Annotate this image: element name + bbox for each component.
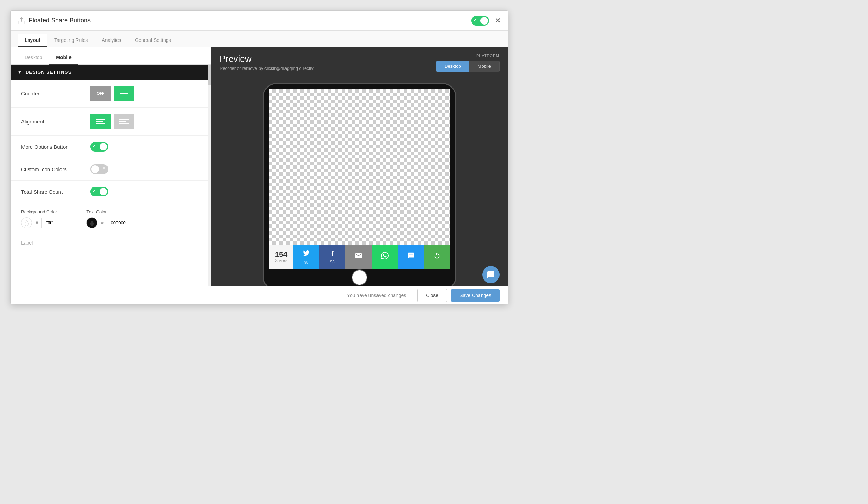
align-line bbox=[119, 123, 129, 124]
counter-on-button[interactable] bbox=[114, 86, 134, 101]
right-panel: Preview Reorder or remove by clicking/dr… bbox=[211, 47, 508, 286]
toggle-knob bbox=[100, 143, 107, 150]
platform-label: PLATFORM bbox=[476, 54, 500, 58]
total-share-count-row: Total Share Count bbox=[11, 181, 211, 203]
chevron-down-icon: ▼ bbox=[18, 70, 22, 75]
preview-title-group: Preview Reorder or remove by clicking/dr… bbox=[220, 54, 314, 71]
scroll-thumb bbox=[208, 65, 211, 85]
share-bar: 154 Shares 98 f 56 bbox=[269, 245, 450, 269]
phone-home-button[interactable] bbox=[352, 269, 367, 285]
toggle-knob bbox=[100, 188, 107, 195]
main-tabs: Layout Targeting Rules Analytics General… bbox=[11, 31, 508, 47]
more-options-control bbox=[90, 142, 108, 152]
counter-row: Counter OFF bbox=[11, 80, 211, 108]
left-panel: Desktop Mobile ▼ DESIGN SETTINGS Counter… bbox=[11, 47, 211, 286]
alignment-control bbox=[90, 114, 134, 129]
align-left-button[interactable] bbox=[90, 114, 111, 129]
more-options-toggle[interactable] bbox=[90, 142, 108, 152]
align-right-button[interactable] bbox=[114, 114, 134, 129]
align-line bbox=[119, 119, 129, 120]
text-color-label: Text Color bbox=[86, 209, 141, 214]
alignment-label: Alignment bbox=[21, 119, 90, 125]
preview-subtitle: Reorder or remove by clicking/dragging d… bbox=[220, 66, 314, 71]
share-icon bbox=[18, 17, 25, 25]
sub-tab-desktop[interactable]: Desktop bbox=[18, 51, 49, 65]
align-line bbox=[96, 119, 105, 120]
title-bar-right: ✕ bbox=[471, 16, 501, 26]
main-content: Desktop Mobile ▼ DESIGN SETTINGS Counter… bbox=[11, 47, 508, 286]
text-color-input[interactable] bbox=[107, 218, 141, 228]
background-color-input-row: # bbox=[21, 217, 76, 228]
phone-screen: 154 Shares 98 f 56 bbox=[269, 89, 450, 269]
platform-buttons: Desktop Mobile bbox=[436, 61, 500, 72]
title-bar: Floated Share Buttons ✕ bbox=[11, 11, 508, 31]
tab-targeting-rules[interactable]: Targeting Rules bbox=[47, 34, 95, 47]
custom-icon-colors-toggle[interactable] bbox=[90, 164, 108, 174]
facebook-share-button[interactable]: f 56 bbox=[319, 245, 346, 269]
sms-share-button[interactable] bbox=[398, 245, 424, 269]
design-settings-label: DESIGN SETTINGS bbox=[26, 70, 72, 75]
window-title: Floated Share Buttons bbox=[29, 17, 91, 24]
background-color-swatch[interactable] bbox=[21, 217, 32, 228]
droplet-icon bbox=[24, 220, 29, 226]
window-close-button[interactable]: ✕ bbox=[495, 16, 501, 25]
email-icon bbox=[355, 252, 362, 262]
sms-icon bbox=[407, 252, 415, 262]
counter-control: OFF bbox=[90, 86, 134, 101]
share-count-number: 154 bbox=[275, 251, 288, 258]
enabled-toggle[interactable] bbox=[471, 16, 489, 26]
background-color-input[interactable] bbox=[41, 218, 76, 228]
alignment-row: Alignment bbox=[11, 108, 211, 136]
settings-area: ▼ DESIGN SETTINGS Counter OFF Alignment bbox=[11, 65, 211, 286]
sub-tab-mobile[interactable]: Mobile bbox=[49, 51, 78, 65]
twitter-share-button[interactable]: 98 bbox=[293, 245, 319, 269]
chat-icon bbox=[487, 271, 495, 279]
tab-layout[interactable]: Layout bbox=[18, 34, 47, 47]
twitter-count: 98 bbox=[304, 260, 308, 264]
platform-switcher: PLATFORM Desktop Mobile bbox=[436, 54, 500, 72]
whatsapp-icon bbox=[381, 252, 389, 262]
text-color-group: Text Color # bbox=[86, 209, 141, 228]
whatsapp-share-button[interactable] bbox=[372, 245, 398, 269]
custom-icon-colors-row: Custom Icon Colors bbox=[11, 158, 211, 181]
droplet-filled-icon bbox=[89, 220, 95, 226]
facebook-count: 56 bbox=[330, 260, 334, 264]
close-button[interactable]: Close bbox=[417, 289, 447, 302]
more-share-button[interactable] bbox=[424, 245, 450, 269]
align-line bbox=[119, 121, 126, 122]
text-color-swatch[interactable] bbox=[86, 217, 97, 228]
toggle-knob bbox=[91, 165, 99, 173]
counter-on-icon bbox=[120, 93, 128, 94]
background-color-group: Background Color # bbox=[21, 209, 76, 228]
counter-off-button[interactable]: OFF bbox=[90, 86, 111, 101]
total-share-count-toggle[interactable] bbox=[90, 187, 108, 196]
twitter-icon bbox=[302, 249, 310, 259]
align-line bbox=[96, 121, 103, 122]
chat-bubble-button[interactable] bbox=[482, 266, 500, 283]
save-changes-button[interactable]: Save Changes bbox=[451, 289, 500, 302]
email-share-button[interactable] bbox=[345, 245, 372, 269]
design-settings-header[interactable]: ▼ DESIGN SETTINGS bbox=[11, 65, 211, 80]
more-options-label: More Options Button bbox=[21, 144, 90, 150]
tab-analytics[interactable]: Analytics bbox=[95, 34, 128, 47]
hash-symbol-bg: # bbox=[34, 220, 39, 226]
tab-general-settings[interactable]: General Settings bbox=[128, 34, 178, 47]
platform-mobile-button[interactable]: Mobile bbox=[469, 61, 499, 72]
more-icon bbox=[433, 252, 441, 262]
title-bar-left: Floated Share Buttons bbox=[18, 17, 91, 25]
custom-icon-colors-control bbox=[90, 164, 108, 174]
align-lines-right bbox=[119, 119, 129, 124]
preview-title: Preview bbox=[220, 54, 314, 64]
color-section: Background Color # Text Colo bbox=[11, 203, 211, 235]
sub-tabs: Desktop Mobile bbox=[11, 47, 211, 65]
preview-header: Preview Reorder or remove by clicking/dr… bbox=[211, 47, 508, 76]
scroll-indicator[interactable] bbox=[208, 65, 211, 286]
align-line bbox=[96, 123, 105, 124]
app-window: Floated Share Buttons ✕ Layout Targeting… bbox=[10, 10, 508, 304]
facebook-icon: f bbox=[331, 249, 334, 258]
total-share-count-label: Total Share Count bbox=[21, 189, 90, 195]
text-color-input-row: # bbox=[86, 217, 141, 228]
platform-desktop-button[interactable]: Desktop bbox=[436, 61, 469, 72]
share-count-box: 154 Shares bbox=[269, 245, 293, 269]
label-row-text: Label bbox=[21, 240, 33, 246]
